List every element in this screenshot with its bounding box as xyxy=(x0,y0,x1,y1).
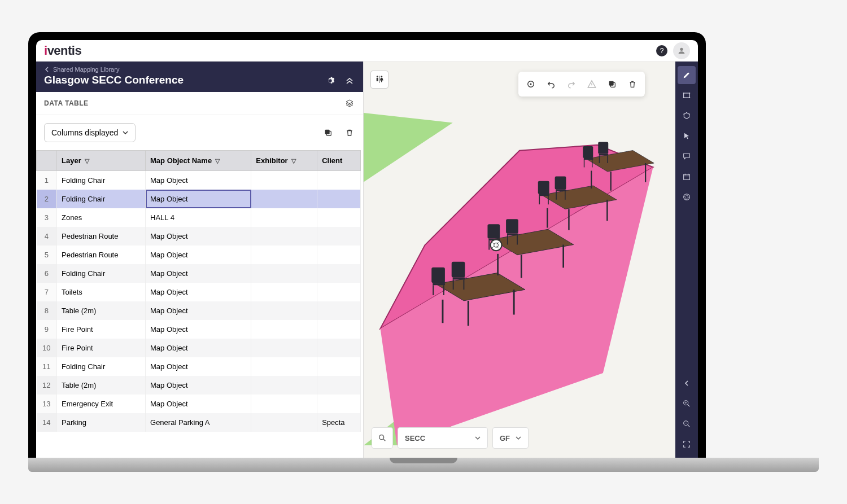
pointer-tool[interactable] xyxy=(678,127,696,145)
cell-client[interactable] xyxy=(317,171,361,190)
cell-map-object-name[interactable]: Map Object xyxy=(146,171,251,190)
cell-exhibitor[interactable] xyxy=(251,413,317,432)
cell-layer[interactable]: Folding Chair xyxy=(57,171,146,190)
cell-exhibitor[interactable] xyxy=(251,246,317,264)
redo-button[interactable] xyxy=(562,75,580,93)
cell-client[interactable] xyxy=(317,227,361,246)
table-row[interactable]: 5Pedestrian RouteMap Object xyxy=(37,246,361,264)
table-row[interactable]: 4Pedestrian RouteMap Object xyxy=(37,227,361,246)
cell-client[interactable] xyxy=(317,357,361,376)
cell-client[interactable] xyxy=(317,190,361,208)
undo-button[interactable] xyxy=(542,75,560,93)
map-layer-chip[interactable] xyxy=(370,71,388,89)
columns-displayed-button[interactable]: Columns displayed xyxy=(44,123,136,142)
cell-exhibitor[interactable] xyxy=(251,376,317,395)
cell-exhibitor[interactable] xyxy=(251,171,317,190)
cell-layer[interactable]: Emergency Exit xyxy=(57,395,146,413)
table-row[interactable]: 7ToiletsMap Object xyxy=(37,283,361,301)
cell-exhibitor[interactable] xyxy=(251,395,317,413)
cell-layer[interactable]: Parking xyxy=(57,413,146,432)
cell-layer[interactable]: Table (2m) xyxy=(57,376,146,395)
table-row[interactable]: 11Folding ChairMap Object xyxy=(37,357,361,376)
cell-map-object-name[interactable]: HALL 4 xyxy=(146,208,251,227)
warning-button[interactable] xyxy=(583,75,601,93)
map-search-button[interactable] xyxy=(372,427,393,449)
filter-icon[interactable]: ▽ xyxy=(85,157,89,164)
col-layer[interactable]: Layer▽ xyxy=(57,151,146,171)
comment-tool[interactable] xyxy=(678,147,696,165)
edit-tool[interactable] xyxy=(678,66,696,84)
help-button[interactable]: ? xyxy=(656,45,667,56)
cell-layer[interactable]: Folding Chair xyxy=(57,190,146,208)
cell-exhibitor[interactable] xyxy=(251,208,317,227)
cell-map-object-name[interactable]: Map Object xyxy=(146,320,251,339)
filter-icon[interactable]: ▽ xyxy=(215,157,220,164)
cell-exhibitor[interactable] xyxy=(251,283,317,301)
cell-exhibitor[interactable] xyxy=(251,227,317,246)
cell-map-object-name[interactable]: Map Object xyxy=(146,339,251,357)
cell-map-object-name[interactable]: General Parking A xyxy=(146,413,251,432)
cell-exhibitor[interactable] xyxy=(251,339,317,357)
table-row[interactable]: 14ParkingGeneral Parking ASpecta xyxy=(37,413,361,432)
user-avatar[interactable] xyxy=(673,42,690,59)
cell-client[interactable] xyxy=(317,376,361,395)
breadcrumb[interactable]: Shared Mapping Library xyxy=(44,66,184,73)
cell-map-object-name[interactable]: Map Object xyxy=(146,301,251,320)
cell-client[interactable] xyxy=(317,208,361,227)
cell-client[interactable] xyxy=(317,320,361,339)
table-row[interactable]: 6Folding ChairMap Object xyxy=(37,264,361,283)
cell-client[interactable]: Specta xyxy=(317,413,361,432)
cell-client[interactable] xyxy=(317,283,361,301)
fit-screen-button[interactable] xyxy=(678,435,696,453)
col-exhibitor[interactable]: Exhibitor▽ xyxy=(251,151,317,171)
filter-icon[interactable]: ▽ xyxy=(291,157,296,164)
table-row[interactable]: 8Table (2m)Map Object xyxy=(37,301,361,320)
cell-exhibitor[interactable] xyxy=(251,264,317,283)
cell-layer[interactable]: Folding Chair xyxy=(57,264,146,283)
cell-client[interactable] xyxy=(317,339,361,357)
cell-layer[interactable]: Fire Point xyxy=(57,320,146,339)
cell-layer[interactable]: Pedestrian Route xyxy=(57,246,146,264)
cell-layer[interactable]: Table (2m) xyxy=(57,301,146,320)
cell-layer[interactable]: Fire Point xyxy=(57,339,146,357)
table-row[interactable]: 1Folding ChairMap Object xyxy=(37,171,361,190)
table-row[interactable]: 13Emergency ExitMap Object xyxy=(37,395,361,413)
cell-map-object-name[interactable]: Map Object xyxy=(146,283,251,301)
delete-button[interactable] xyxy=(344,127,355,138)
center-button[interactable] xyxy=(522,75,540,93)
duplicate-button[interactable] xyxy=(603,75,621,93)
cell-map-object-name[interactable]: Map Object xyxy=(146,227,251,246)
col-map-object-name[interactable]: Map Object Name▽ xyxy=(146,151,251,171)
map-delete-button[interactable] xyxy=(623,75,641,93)
cell-map-object-name[interactable]: Map Object xyxy=(146,246,251,264)
cell-layer[interactable]: Zones xyxy=(57,208,146,227)
cell-map-object-name[interactable]: Map Object xyxy=(146,395,251,413)
cell-map-object-name[interactable]: Map Object xyxy=(146,264,251,283)
zoom-out-button[interactable] xyxy=(678,415,696,433)
polygon-tool[interactable] xyxy=(678,107,696,125)
copy-button[interactable] xyxy=(322,127,334,138)
cell-map-object-name[interactable]: Map Object xyxy=(146,357,251,376)
rectangle-tool[interactable] xyxy=(678,86,696,104)
cell-exhibitor[interactable] xyxy=(251,190,317,208)
cell-exhibitor[interactable] xyxy=(251,320,317,339)
col-client[interactable]: Client xyxy=(317,151,361,171)
camera-tool[interactable] xyxy=(678,188,696,206)
cell-map-object-name[interactable]: Map Object xyxy=(146,190,251,208)
cell-client[interactable] xyxy=(317,246,361,264)
cell-exhibitor[interactable] xyxy=(251,301,317,320)
map-canvas[interactable]: SECC GF xyxy=(364,62,675,458)
table-row[interactable]: 9Fire PointMap Object xyxy=(37,320,361,339)
expand-rail-button[interactable] xyxy=(678,374,696,392)
table-row[interactable]: 3ZonesHALL 4 xyxy=(37,208,361,227)
collapse-button[interactable] xyxy=(344,75,355,86)
cell-layer[interactable]: Pedestrian Route xyxy=(57,227,146,246)
location-select[interactable]: SECC xyxy=(398,427,488,449)
cell-client[interactable] xyxy=(317,264,361,283)
table-row[interactable]: 10Fire PointMap Object xyxy=(37,339,361,357)
floor-select[interactable]: GF xyxy=(492,427,529,449)
table-row[interactable]: 12Table (2m)Map Object xyxy=(37,376,361,395)
cell-client[interactable] xyxy=(317,301,361,320)
cell-map-object-name[interactable]: Map Object xyxy=(146,376,251,395)
layers-button[interactable] xyxy=(344,98,355,109)
